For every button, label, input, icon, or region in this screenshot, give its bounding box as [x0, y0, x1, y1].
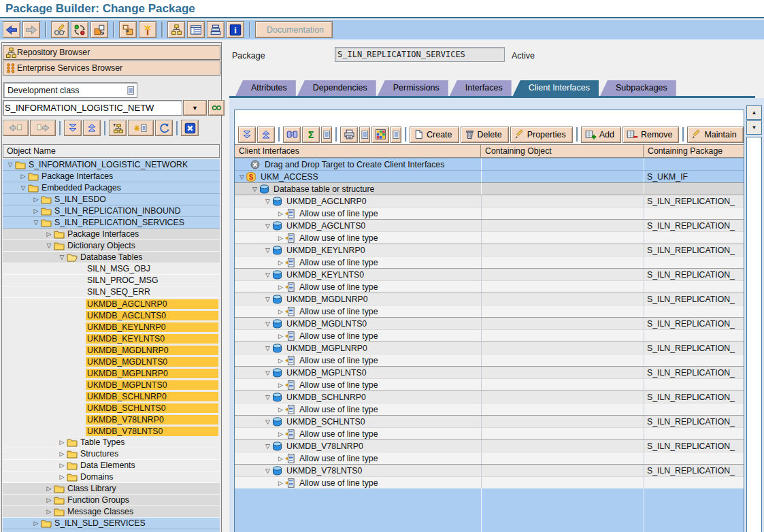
expander-open-icon[interactable]: ▽: [263, 394, 272, 401]
activate-button[interactable]: [139, 21, 156, 38]
table-row-ukmdb-v78lnrp0[interactable]: ▽UKMDB_V78LNRP0S_ILN_REPLICATION_: [235, 439, 744, 452]
expander-open-icon[interactable]: ▽: [18, 184, 28, 191]
tab-dependencies[interactable]: Dependencies: [297, 80, 376, 96]
tree-item-dictionary-objects[interactable]: ▽Dictionary Objects: [3, 240, 220, 252]
expander-closed-icon[interactable]: ▷: [44, 485, 54, 492]
expander-open-icon[interactable]: ▽: [5, 161, 15, 168]
previous-object-button[interactable]: [3, 120, 29, 136]
tree-item-function-groups[interactable]: ▷Function Groups: [3, 495, 220, 506]
sum-button[interactable]: Σ: [302, 127, 320, 143]
table-row-ukmdb-keylnts0[interactable]: ▽UKMDB_KEYLNTS0S_ILN_REPLICATION_: [235, 268, 744, 280]
table-row-allow-use-of-line-type[interactable]: ▷Allow use of line type: [235, 354, 744, 366]
documentation-button[interactable]: Documentation: [255, 21, 333, 38]
expander-closed-icon[interactable]: ▷: [276, 406, 285, 413]
expander-closed-icon[interactable]: ▷: [57, 439, 67, 446]
table-row-allow-use-of-line-type[interactable]: ▷Allow use of line type: [235, 305, 744, 317]
tree-item-ukmdb-mgdlnrp0[interactable]: UKMDB_MGDLNRP0: [3, 344, 220, 356]
tree-item-package-interfaces[interactable]: ▷Package Interfaces: [3, 171, 220, 182]
refresh-button[interactable]: [71, 21, 88, 38]
expander-open-icon[interactable]: ▽: [263, 467, 272, 474]
column-header-client-interfaces[interactable]: Client Interfaces: [235, 145, 481, 157]
table-row-allow-use-of-line-type[interactable]: ▷Allow use of line type: [235, 452, 744, 464]
expander-closed-icon[interactable]: ▷: [276, 308, 285, 315]
display-change-button[interactable]: [51, 21, 69, 38]
expander-closed-icon[interactable]: ▷: [31, 196, 41, 203]
expander-open-icon[interactable]: ▽: [263, 369, 272, 376]
refresh-tree-button[interactable]: [155, 120, 173, 136]
table-row-ukmdb-schlnts0[interactable]: ▽UKMDB_SCHLNTS0S_ILN_REPLICATION_: [235, 415, 744, 427]
new-objects-button[interactable]: [128, 120, 154, 136]
properties-button[interactable]: Properties: [510, 127, 573, 143]
find-button[interactable]: [283, 127, 301, 143]
object-type-select[interactable]: Development class: [3, 82, 137, 98]
table-row-ukmdb-mgplnrp0[interactable]: ▽UKMDB_MGPLNRP0S_ILN_REPLICATION_: [235, 342, 744, 354]
views-button[interactable]: [371, 127, 389, 143]
tree-item-ukmdb-v78lnts0[interactable]: UKMDB_V78LNTS0: [3, 425, 220, 437]
expander-closed-icon[interactable]: ▷: [276, 431, 285, 437]
maintain-button[interactable]: Maintain: [687, 127, 743, 143]
table-row-ukmdb-agclnts0[interactable]: ▽UKMDB_AGCLNTS0S_ILN_REPLICATION_: [235, 219, 744, 231]
expander-closed-icon[interactable]: ▷: [18, 173, 28, 180]
package-hierarchy-button[interactable]: [167, 21, 185, 38]
table-row-ukmdb-agclnrp0[interactable]: ▽UKMDB_AGCLNRP0S_ILN_REPLICATION_: [235, 195, 744, 207]
expander-closed-icon[interactable]: ▷: [44, 231, 54, 237]
table-row-allow-use-of-line-type[interactable]: ▷Allow use of line type: [235, 231, 744, 244]
print-button[interactable]: [340, 127, 358, 143]
tree-item-domains[interactable]: ▷Domains: [3, 471, 220, 483]
tree-item-ukmdb-mgdlnts0[interactable]: UKMDB_MGDLNTS0: [3, 356, 220, 367]
column-header-containing-object[interactable]: Containing Object: [481, 145, 644, 157]
column-header-containing-package[interactable]: Containing Package: [644, 145, 744, 157]
remove-button[interactable]: Remove: [622, 127, 680, 143]
table-row-allow-use-of-line-type[interactable]: ▷Allow use of line type: [235, 329, 744, 342]
back-button[interactable]: [3, 21, 20, 38]
expander-open-icon[interactable]: ▽: [263, 296, 272, 303]
expander-closed-icon[interactable]: ▷: [57, 473, 67, 480]
tree-item-table-types[interactable]: ▷Table Types: [3, 437, 220, 448]
table-row-allow-use-of-line-type[interactable]: ▷Allow use of line type: [235, 378, 744, 390]
table-row-ukmdb-keylnrp0[interactable]: ▽UKMDB_KEYLNRP0S_ILN_REPLICATION_: [235, 244, 744, 256]
tree-item-class-library[interactable]: ▷Class Library: [3, 483, 220, 495]
tree-item-ukmdb-schlnrp0[interactable]: UKMDB_SCHLNRP0: [3, 390, 220, 402]
tree-item-structures[interactable]: ▷Structures: [3, 448, 220, 460]
enterprise-services-browser-header[interactable]: Enterprise Services Browser: [3, 61, 220, 76]
expander-open-icon[interactable]: ▽: [263, 198, 272, 205]
table-row-ukmdb-mgdlnrp0[interactable]: ▽UKMDB_MGDLNRP0S_ILN_REPLICATION_: [235, 293, 744, 305]
expander-open-icon[interactable]: ▽: [44, 242, 54, 249]
tree-item-ukmdb-keylnts0[interactable]: UKMDB_KEYLNTS0: [3, 333, 220, 344]
tree-item-ukmdb-agclnts0[interactable]: UKMDB_AGCLNTS0: [3, 310, 220, 321]
tree-item-embedded-packages[interactable]: ▽Embedded Packages: [3, 182, 220, 194]
tree-item-ukmdb-mgplnts0[interactable]: UKMDB_MGPLNTS0: [3, 379, 220, 390]
tree-item-siln-proc-msg[interactable]: SILN_PROC_MSG: [3, 275, 220, 286]
display-focus-button[interactable]: [109, 120, 127, 136]
expander-closed-icon[interactable]: ▷: [44, 508, 54, 515]
next-object-button[interactable]: [30, 120, 56, 136]
tree-item-ukmdb-agclnrp0[interactable]: UKMDB_AGCLNRP0: [3, 298, 220, 310]
tree-item-ukmdb-v78lnrp0[interactable]: UKMDB_V78LNRP0: [3, 414, 220, 425]
expander-open-icon[interactable]: ▽: [263, 443, 272, 450]
expander-open-icon[interactable]: ▽: [57, 254, 67, 261]
expander-closed-icon[interactable]: ▷: [276, 235, 285, 242]
table-row-allow-use-of-line-type[interactable]: ▷Allow use of line type: [235, 207, 744, 219]
expander-closed-icon[interactable]: ▷: [276, 284, 285, 290]
table-row-allow-use-of-line-type[interactable]: ▷Allow use of line type: [235, 280, 744, 293]
table-row-allow-use-of-line-type[interactable]: ▷Allow use of line type: [235, 476, 744, 488]
expander-closed-icon[interactable]: ▷: [31, 520, 41, 527]
close-browser-button[interactable]: [181, 120, 199, 136]
delete-button[interactable]: Delete: [461, 127, 509, 143]
collapse-all-button[interactable]: [83, 120, 101, 136]
scroll-down-button[interactable]: ▼: [746, 120, 762, 135]
transport-organizer-button[interactable]: [207, 21, 225, 38]
views-menu-button[interactable]: [391, 127, 401, 143]
expander-closed-icon[interactable]: ▷: [276, 382, 285, 388]
tree-item-ukmdb-schlnts0[interactable]: UKMDB_SCHLNTS0: [3, 402, 220, 414]
expander-open-icon[interactable]: ▽: [250, 186, 259, 193]
tab-subpackages[interactable]: Subpackages: [600, 80, 676, 96]
expander-closed-icon[interactable]: ▷: [276, 259, 285, 266]
expander-closed-icon[interactable]: ▷: [31, 207, 41, 214]
expander-open-icon[interactable]: ▽: [263, 271, 272, 278]
scroll-up-button[interactable]: ▲: [746, 105, 762, 120]
tree-item-siln-seq-err[interactable]: SILN_SEQ_ERR: [3, 286, 220, 298]
expander-closed-icon[interactable]: ▷: [276, 357, 285, 364]
expander-open-icon[interactable]: ▽: [263, 247, 272, 254]
repository-browser-header[interactable]: Repository Browser: [3, 45, 220, 60]
